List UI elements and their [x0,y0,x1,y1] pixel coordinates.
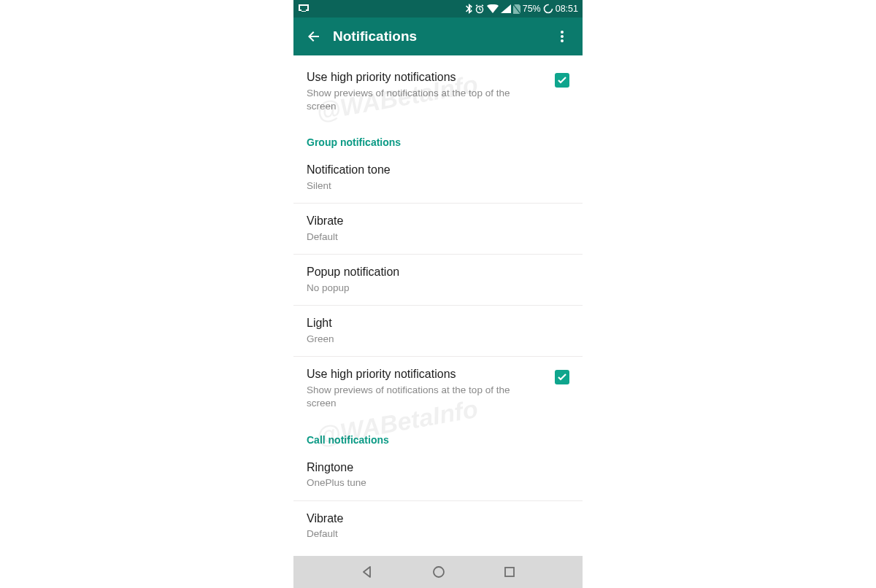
status-bar: 75% 08:51 [293,0,583,18]
section-header-group: Group notifications [293,123,583,152]
app-bar: Notifications [293,18,583,55]
setting-light[interactable]: Light Green [293,306,583,357]
svg-point-5 [561,39,564,42]
setting-title: Vibrate [307,214,569,229]
loading-icon [543,4,553,14]
battery-text: 75% [523,4,541,14]
svg-point-4 [561,35,564,38]
setting-title: Vibrate [307,511,569,527]
section-header-call: Call notifications [293,421,583,450]
navigation-bar [293,556,583,588]
setting-high-priority[interactable]: Use high priority notifications Show pre… [293,60,583,123]
nav-home-button[interactable] [432,565,445,579]
setting-subtitle: Default [307,231,526,244]
setting-subtitle: Show previews of notifications at the to… [307,384,526,410]
svg-point-6 [434,567,444,577]
signal-icon [501,4,511,13]
svg-rect-0 [301,11,306,12]
setting-title: Light [307,316,569,331]
checkbox-checked-icon[interactable] [555,73,569,88]
setting-subtitle: Show previews of notifications at the to… [307,87,526,113]
setting-notification-tone[interactable]: Notification tone Silent [293,152,583,204]
setting-vibrate[interactable]: Vibrate Default [293,204,583,255]
alarm-icon [474,4,485,14]
setting-subtitle: Silent [307,179,526,193]
svg-point-2 [544,5,552,13]
phone-frame: 75% 08:51 Notifications Use high priorit… [293,0,583,588]
setting-title: Ringtone [307,460,569,476]
checkbox-checked-icon[interactable] [555,370,569,384]
setting-subtitle: Green [307,333,526,346]
setting-subtitle: No popup [307,282,526,295]
setting-popup[interactable]: Popup notification No popup [293,255,583,306]
svg-rect-7 [505,568,514,576]
setting-subtitle: Default [307,527,526,541]
settings-list: Use high priority notifications Show pre… [293,55,583,552]
no-sim-icon [513,4,520,14]
screen-cast-icon [298,4,310,14]
clock-text: 08:51 [556,4,578,14]
setting-title: Popup notification [307,265,569,280]
setting-title: Notification tone [307,163,569,178]
setting-call-vibrate[interactable]: Vibrate Default [293,501,583,552]
setting-title: Use high priority notifications [307,367,548,382]
wifi-icon [487,4,499,13]
setting-title: Use high priority notifications [307,70,548,85]
setting-high-priority-group[interactable]: Use high priority notifications Show pre… [293,357,583,420]
svg-point-3 [561,31,564,34]
setting-subtitle: OnePlus tune [307,476,526,490]
overflow-menu-button[interactable] [549,31,575,42]
page-title: Notifications [327,28,549,45]
back-button[interactable] [301,29,327,44]
bluetooth-icon [466,4,472,14]
setting-ringtone[interactable]: Ringtone OnePlus tune [293,450,583,501]
nav-recent-button[interactable] [504,566,515,578]
nav-back-button[interactable] [361,565,374,579]
